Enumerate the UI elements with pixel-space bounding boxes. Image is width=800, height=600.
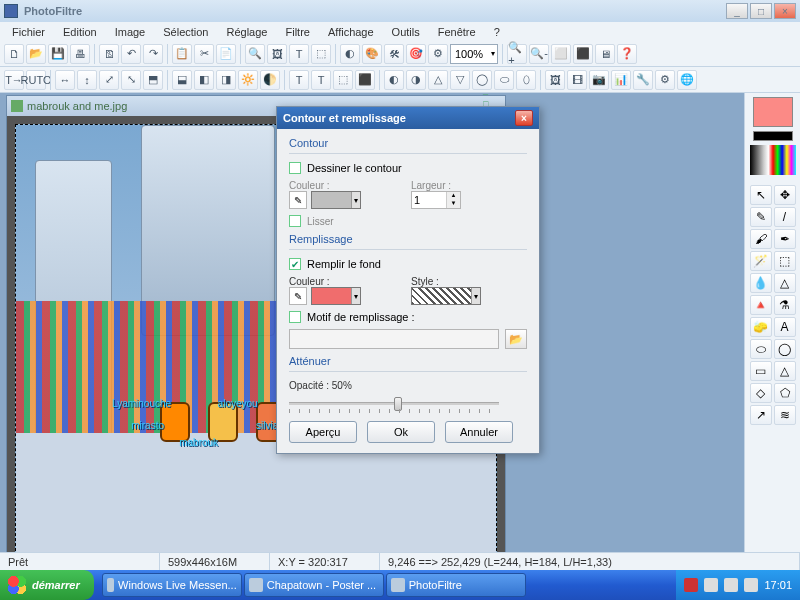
tray-icon[interactable] [684,578,698,592]
tool-button[interactable]: 🧽 [750,317,772,337]
toolbar-button[interactable]: 🎨 [362,44,382,64]
toolbar-button[interactable]: ↕ [77,70,97,90]
toolbar-button[interactable]: RUTO [26,70,46,90]
spin-down[interactable]: ▼ [447,200,460,208]
system-tray[interactable]: 17:01 [676,570,800,600]
toolbar-button[interactable]: 🔧 [633,70,653,90]
tool-button[interactable]: △ [774,361,796,381]
toolbar-button[interactable]: ✂ [194,44,214,64]
toolbar-button[interactable]: ⬒ [143,70,163,90]
toolbar-button[interactable]: ▽ [450,70,470,90]
width-field[interactable] [412,192,446,208]
doc-minimize-button[interactable]: _ [483,85,501,99]
toolbar-button[interactable]: ↔ [55,70,75,90]
toolbar-button[interactable]: ⬓ [172,70,192,90]
spin-up[interactable]: ▲ [447,192,460,200]
tool-button[interactable]: ✒ [774,229,796,249]
tray-icon[interactable] [744,578,758,592]
toolbar-button[interactable]: 🎯 [406,44,426,64]
tray-icon[interactable] [704,578,718,592]
toolbar-button[interactable]: 💾 [48,44,68,64]
contour-width-input[interactable]: ▲▼ [411,191,461,209]
tool-button[interactable]: ✥ [774,185,796,205]
checkbox-fill[interactable]: ✔ [289,258,301,270]
close-button[interactable]: × [774,3,796,19]
menu-fichier[interactable]: Fichier [4,24,53,40]
toolbar-button[interactable]: 🔍+ [507,44,527,64]
color-palette[interactable] [750,145,796,175]
toolbar-button[interactable]: 📊 [611,70,631,90]
eyedropper-icon[interactable]: ✎ [289,191,307,209]
checkbox-smooth[interactable] [289,215,301,227]
taskbar-task[interactable]: Chapatown - Poster ... [244,573,384,597]
toolbar-button[interactable]: T [289,44,309,64]
toolbar-button[interactable]: 📋 [172,44,192,64]
toolbar-button[interactable]: ◑ [406,70,426,90]
start-button[interactable]: démarrer [0,570,94,600]
tool-button[interactable]: ⬭ [750,339,772,359]
toolbar-button[interactable]: 🖶 [70,44,90,64]
toolbar-button[interactable]: ⬛ [573,44,593,64]
dialog-close-button[interactable]: × [515,110,533,126]
toolbar-button[interactable]: ◐ [384,70,404,90]
tool-button[interactable]: 🔺 [750,295,772,315]
toolbar-button[interactable]: 🖼 [267,44,287,64]
minimize-button[interactable]: _ [726,3,748,19]
toolbar-button[interactable]: 📷 [589,70,609,90]
toolbar-button[interactable]: ⤢ [99,70,119,90]
toolbar-button[interactable]: T [311,70,331,90]
tool-button[interactable]: ⚗ [774,295,796,315]
background-color[interactable] [753,131,793,141]
toolbar-button[interactable]: ◐ [340,44,360,64]
toolbar-button[interactable]: ⚙ [428,44,448,64]
tray-icon[interactable] [724,578,738,592]
tool-button[interactable]: A [774,317,796,337]
toolbar-button[interactable]: 🌓 [260,70,280,90]
toolbar-button[interactable]: 🌐 [677,70,697,90]
toolbar-button[interactable]: 📂 [26,44,46,64]
tool-button[interactable]: △ [774,273,796,293]
toolbar-button[interactable]: 🖻 [99,44,119,64]
cancel-button[interactable]: Annuler [445,421,513,443]
tool-button[interactable]: 🪄 [750,251,772,271]
menu-selection[interactable]: Sélection [155,24,216,40]
menu-fenetre[interactable]: Fenêtre [430,24,484,40]
toolbar-button[interactable]: T [289,70,309,90]
tool-button[interactable]: 💧 [750,273,772,293]
toolbar-button[interactable]: 🖼 [545,70,565,90]
toolbar-button[interactable]: 🗋 [4,44,24,64]
maximize-button[interactable]: □ [750,3,772,19]
toolbar-button[interactable]: 🎞 [567,70,587,90]
opacity-slider[interactable] [289,395,499,413]
tool-button[interactable]: ↖ [750,185,772,205]
toolbar-button[interactable]: ◧ [194,70,214,90]
checkbox-draw-contour[interactable] [289,162,301,174]
toolbar-button[interactable]: △ [428,70,448,90]
menu-affichage[interactable]: Affichage [320,24,382,40]
taskbar-task[interactable]: PhotoFiltre [386,573,526,597]
menu-help[interactable]: ? [486,24,508,40]
tool-button[interactable]: / [774,207,796,227]
toolbar-button[interactable]: ◨ [216,70,236,90]
zoom-select[interactable]: 100% [450,44,498,64]
toolbar-button[interactable]: ⬜ [551,44,571,64]
tool-button[interactable]: ⬚ [774,251,796,271]
tool-button[interactable]: ✎ [750,207,772,227]
tool-button[interactable]: ⬠ [774,383,796,403]
contour-color-picker[interactable] [311,191,361,209]
tool-button[interactable]: ◯ [774,339,796,359]
fill-color-picker[interactable] [311,287,361,305]
toolbar-button[interactable]: ↶ [121,44,141,64]
toolbar-button[interactable]: ⬛ [355,70,375,90]
eyedropper-icon[interactable]: ✎ [289,287,307,305]
toolbar-button[interactable]: 🖥 [595,44,615,64]
toolbar-button[interactable]: ⤡ [121,70,141,90]
menu-reglage[interactable]: Réglage [219,24,276,40]
toolbar-button[interactable]: ⬚ [311,44,331,64]
toolbar-button[interactable]: ❓ [617,44,637,64]
fill-style-picker[interactable] [411,287,481,305]
toolbar-button[interactable]: 🛠 [384,44,404,64]
dialog-title-bar[interactable]: Contour et remplissage × [277,107,539,129]
taskbar-task[interactable]: Windows Live Messen... [102,573,242,597]
toolbar-button[interactable]: 📄 [216,44,236,64]
